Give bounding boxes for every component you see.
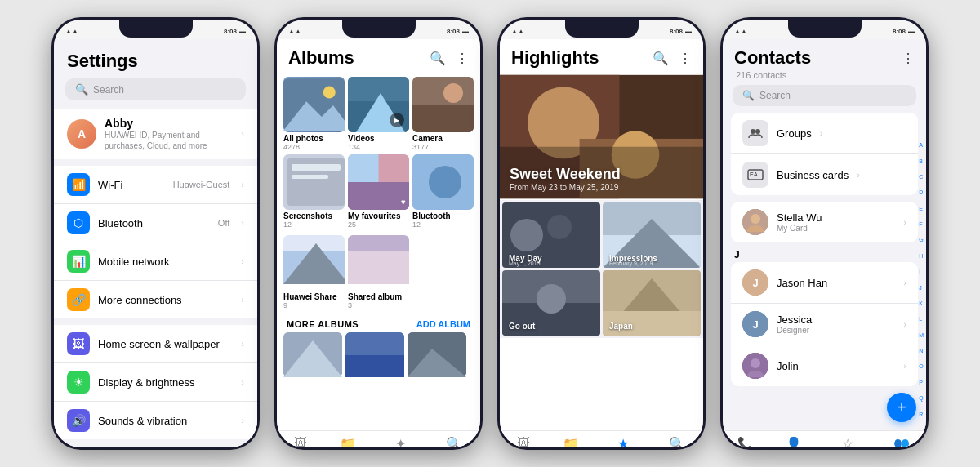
album-bluetooth[interactable]: Bluetooth 12 [412, 154, 474, 229]
tab-discover[interactable]: 🔍 Discover [441, 436, 466, 447]
alpha-d[interactable]: D [919, 189, 924, 195]
settings-search-bar[interactable]: 🔍 Search [65, 78, 246, 100]
time-1: 8:08 [224, 28, 237, 35]
settings-item-mobile[interactable]: 📊 Mobile network › [54, 242, 257, 281]
settings-item-homescreen[interactable]: 🖼 Home screen & wallpaper › [54, 325, 257, 363]
alpha-g[interactable]: G [919, 237, 924, 242]
more-album-3[interactable] [408, 332, 466, 377]
album-huawei-share[interactable]: Huawei Share 9 [283, 235, 345, 309]
alpha-r[interactable]: R [919, 411, 924, 417]
alpha-c[interactable]: C [919, 174, 924, 180]
my-card-group: Stella Wu My Card › [731, 202, 918, 242]
alpha-e[interactable]: E [919, 206, 924, 211]
alpha-bar[interactable]: A B C D E F G H I J K L M N O P Q [919, 137, 924, 422]
c-tab-favourites[interactable]: ☆ Favourites [833, 436, 863, 447]
highlights-header-icons: 🔍 ⋮ [653, 51, 692, 66]
more-album-1[interactable] [283, 332, 342, 377]
tab-albums[interactable]: 📁 Albums [337, 436, 359, 447]
tab-photos[interactable]: 🖼 Photos [290, 436, 310, 447]
settings-item-display[interactable]: ☀ Display & brightness › [54, 363, 257, 402]
notch-2 [342, 20, 416, 38]
h-tab-discover[interactable]: 🔍 Discover [664, 436, 689, 447]
c-tab-meetme[interactable]: 👥 Meetme [889, 436, 913, 447]
alpha-n[interactable]: N [919, 348, 924, 354]
h-tab-photos[interactable]: 🖼 Photos [513, 436, 533, 447]
settings-item-connections[interactable]: 🔗 More connections › [54, 281, 257, 318]
alpha-h[interactable]: H [919, 253, 924, 259]
highlight-hero[interactable]: Sweet Weekend From May 23 to May 25, 201… [500, 73, 703, 200]
phone-contacts: ▲▲ 8:08 ▬ Contacts ⋮ 216 contacts 🔍 Sear… [720, 17, 929, 450]
groups-item[interactable]: Groups › [731, 113, 918, 154]
search-icon-highlights[interactable]: 🔍 [653, 51, 669, 66]
signal-3: ▲▲ [511, 28, 524, 35]
battery-2: ▬ [462, 28, 469, 35]
more-icon-highlights[interactable]: ⋮ [679, 51, 692, 66]
highlight-cell-goout[interactable]: Go out [502, 270, 600, 336]
highlight-cell-mayday[interactable]: May Day May 1, 2019 [502, 202, 600, 268]
more-album-2[interactable] [345, 332, 404, 377]
more-icon-albums[interactable]: ⋮ [456, 51, 469, 66]
alpha-p[interactable]: P [919, 380, 924, 385]
connections-chevron: › [241, 295, 244, 305]
bluetooth-chevron: › [241, 218, 244, 228]
hero-date: From May 23 to May 25, 2019 [510, 183, 621, 192]
svg-rect-7 [412, 105, 474, 132]
signal-2: ▲▲ [288, 28, 301, 35]
svg-point-36 [510, 219, 543, 251]
alpha-q[interactable]: Q [919, 395, 924, 401]
jason-han-info: Jason Han [777, 277, 895, 289]
highlight-cell-impressions[interactable]: Impressions February 9, 2019 [603, 202, 701, 268]
favourites-count: 25 [348, 220, 409, 229]
goout-label: Go out [509, 322, 535, 331]
account-avatar: A [67, 119, 96, 149]
alpha-i[interactable]: I [919, 269, 924, 274]
alpha-f[interactable]: F [919, 221, 924, 227]
contacts-search[interactable]: 🔍 Search [733, 85, 916, 106]
tab-highlights[interactable]: ✦ Highlights [386, 436, 415, 447]
jolin-chevron: › [903, 361, 906, 371]
jessica-item[interactable]: J Jessica Designer › [731, 304, 918, 345]
album-all-photos[interactable]: All photos 4278 [283, 77, 345, 151]
search-placeholder-settings: Search [93, 84, 124, 96]
album-favourites[interactable]: ♥ My favourites 25 [348, 154, 409, 229]
svg-point-47 [751, 129, 755, 134]
svg-rect-26 [345, 355, 404, 377]
h-tab-highlights[interactable]: ★ Highlights [609, 436, 638, 447]
albums-title: Albums [288, 47, 354, 69]
alpha-o[interactable]: O [919, 363, 924, 369]
settings-account-item[interactable]: A Abby HUAWEI ID, Payment and purchases,… [54, 109, 257, 159]
h-tab-albums[interactable]: 📁 Albums [560, 436, 582, 447]
album-camera[interactable]: Camera 3177 [412, 77, 474, 151]
settings-item-bluetooth[interactable]: ⬡ Bluetooth Off › [54, 204, 257, 242]
alpha-m[interactable]: M [919, 332, 924, 338]
more-icon-contacts[interactable]: ⋮ [902, 51, 915, 66]
c-tab-phone[interactable]: 📞 Phone [736, 436, 755, 447]
add-album-button[interactable]: ADD ALBUM [416, 319, 470, 329]
groups-chevron: › [820, 128, 823, 138]
bluetooth-icon: ⬡ [67, 211, 90, 234]
more-albums-row [277, 332, 480, 377]
alpha-a[interactable]: A [919, 142, 924, 148]
c-tab-contacts[interactable]: 👤 Contacts [781, 436, 807, 447]
add-contact-fab[interactable]: + [887, 393, 916, 422]
settings-item-sounds[interactable]: 🔊 Sounds & vibration › [54, 402, 257, 439]
alpha-l[interactable]: L [919, 316, 924, 322]
alpha-b[interactable]: B [919, 158, 924, 164]
jolin-item[interactable]: Jolin › [731, 345, 918, 386]
groups-icon [742, 120, 768, 146]
highlight-cell-japan[interactable]: Japan [603, 270, 701, 336]
alpha-k[interactable]: K [919, 300, 924, 306]
jason-han-item[interactable]: J Jason Han › [731, 262, 918, 304]
my-card-item[interactable]: Stella Wu My Card › [731, 202, 918, 242]
screenshots-count: 12 [283, 220, 345, 229]
status-right-1: 8:08 ▬ [224, 28, 246, 35]
album-screenshots[interactable]: Screenshots 12 [283, 154, 345, 229]
album-shared[interactable]: Shared album 3 [348, 235, 409, 309]
favourites-label: My favourites [348, 211, 409, 220]
settings-item-wifi[interactable]: 📶 Wi-Fi Huawei-Guest › [54, 166, 257, 204]
alpha-j[interactable]: J [919, 285, 924, 291]
search-icon-albums[interactable]: 🔍 [430, 51, 446, 66]
business-cards-item[interactable]: EA Business cards › [731, 154, 918, 195]
stella-wu-name: Stella Wu [777, 211, 895, 224]
album-videos[interactable]: ▶ Videos 134 [348, 77, 409, 151]
